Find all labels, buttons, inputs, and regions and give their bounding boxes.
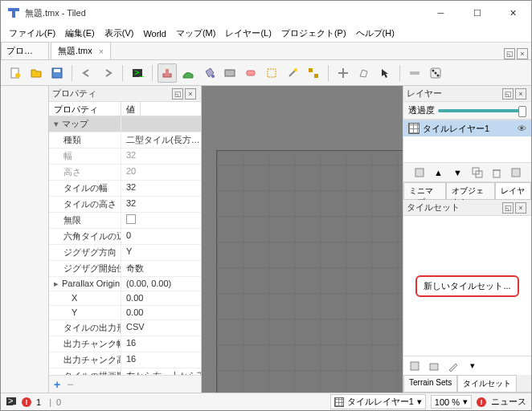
property-row[interactable]: 高さ20 [49,165,201,181]
embed-tileset-icon[interactable] [426,358,442,374]
new-tileset-button[interactable]: 新しいタイルセット... [415,275,518,297]
property-row[interactable]: ジグザグ開始位置奇数 [49,261,201,277]
terrain-tool-button[interactable] [178,63,198,83]
command-button[interactable]: >_ [128,63,147,83]
document-tab[interactable]: 無題.tmx × [51,42,111,59]
property-row[interactable]: 六角タイルの辺長0 [49,229,201,245]
panel-close-icon[interactable]: × [185,88,196,100]
menu-layer[interactable]: レイヤー(L) [220,26,276,41]
shape-fill-button[interactable] [220,63,239,83]
svg-rect-11 [225,70,235,76]
panel-close-icon[interactable]: × [517,48,528,59]
bucket-tool-button[interactable] [199,63,219,83]
layers-list[interactable]: タイルレイヤー1 👁 [403,120,531,163]
property-row[interactable]: 出力チャンク幅16 [49,336,201,352]
random-button[interactable] [426,63,445,83]
property-row[interactable]: 種類二型タイル(長方… [49,132,201,149]
tileset-menu-icon[interactable]: ▾ [464,358,481,374]
edit-tileset-icon[interactable] [445,358,461,374]
pointer-button[interactable] [375,63,395,83]
layer-move-button[interactable] [334,63,353,83]
panel-close-icon[interactable]: × [515,88,526,100]
opacity-slider[interactable] [438,109,526,112]
tab-tilesets[interactable]: タイルセット [457,375,517,392]
property-row[interactable]: 無限 [49,213,201,229]
new-layer-button[interactable] [411,165,428,181]
tab-objects[interactable]: オブジェクト [446,182,495,199]
add-property-button[interactable]: + [54,378,60,391]
property-row[interactable]: タイルの出力形式CSV [49,320,201,336]
move-down-button[interactable]: ▼ [450,165,466,181]
property-row[interactable]: 幅32 [49,149,201,165]
property-row[interactable]: ▸Parallax Origin(0.00, 0.00) [49,277,201,291]
property-row[interactable]: タイルの描画順序左から右、上から下 [49,368,201,375]
panel-float-icon[interactable]: ◱ [502,202,514,214]
properties-list[interactable]: ▾マップ種類二型タイル(長方…幅32高さ20タイルの幅32タイルの高さ32無限六… [49,116,201,375]
delete-layer-button[interactable] [489,165,505,181]
eraser-tool-button[interactable] [241,63,260,83]
open-file-button[interactable] [27,63,46,83]
menu-map[interactable]: マップ(M) [171,26,221,41]
map-grid[interactable] [216,150,403,393]
undo-button[interactable] [77,63,96,83]
svg-rect-28 [512,169,520,177]
menu-help[interactable]: ヘルプ(H) [351,26,399,41]
layer-props-button[interactable] [508,165,524,181]
property-row[interactable]: タイルの幅32 [49,181,201,197]
highlight-layer-button[interactable] [405,63,424,83]
duplicate-layer-button[interactable] [469,165,485,181]
zoom-combo[interactable]: 100 % ▾ [431,395,472,409]
visibility-icon[interactable]: 👁 [518,124,526,133]
properties-title: プロパティ [52,87,170,100]
close-button[interactable]: ✕ [495,1,531,25]
news-badge[interactable]: ! [477,397,486,407]
svg-point-21 [437,74,440,76]
property-row[interactable]: Y0.00 [49,306,201,320]
panel-close-icon[interactable]: × [515,202,526,214]
tab-layers[interactable]: レイヤー [495,182,531,199]
tab-terrain[interactable]: Terrain Sets [403,375,457,392]
svg-rect-26 [493,170,500,177]
new-file-button[interactable] [6,63,25,83]
property-row[interactable]: タイルの高さ32 [49,197,201,213]
left-panel-tab[interactable]: プロ… [1,42,49,59]
new-tileset-icon[interactable] [407,358,423,374]
edit-polygon-button[interactable] [354,63,374,83]
tab-minimap[interactable]: ミニマップ [403,182,446,199]
layer-row[interactable]: タイルレイヤー1 👁 [403,120,531,136]
redo-button[interactable] [98,63,117,83]
panel-float-icon[interactable]: ◱ [172,88,183,100]
menu-project[interactable]: プロジェクト(P) [276,26,351,41]
tilesets-title: タイルセット [407,201,501,214]
current-layer-label: タイルレイヤー1 [347,396,414,408]
move-up-button[interactable]: ▲ [431,165,447,181]
property-row[interactable]: ▾マップ [49,116,201,132]
error-badge[interactable]: ! [22,397,31,407]
chevron-down-icon: ▾ [463,397,468,407]
current-layer-combo[interactable]: タイルレイヤー1 ▾ [330,394,426,409]
news-link[interactable]: ニュース [491,396,526,408]
rect-select-button[interactable] [262,63,281,83]
svg-point-15 [294,68,297,71]
close-tab-icon[interactable]: × [99,47,104,56]
menu-edit[interactable]: 編集(E) [60,26,100,41]
property-row[interactable]: 出力チャンク高さ16 [49,352,201,368]
property-row[interactable]: ジグザグ方向Y [49,245,201,261]
maximize-button[interactable]: ☐ [459,1,495,25]
menu-world[interactable]: World [138,27,171,40]
save-button[interactable] [47,63,67,83]
console-icon[interactable]: >_ [6,396,17,409]
svg-rect-1 [12,8,15,18]
magic-wand-button[interactable] [283,63,302,83]
property-row[interactable]: X0.00 [49,291,201,306]
stamp-tool-button[interactable] [158,63,177,83]
panel-float-icon[interactable]: ◱ [502,88,514,100]
menu-view[interactable]: 表示(V) [100,26,139,41]
map-canvas[interactable] [202,86,403,393]
svg-rect-9 [166,69,169,75]
titlebar: 無題.tmx - Tiled ─ ☐ ✕ [1,1,531,25]
same-tile-select-button[interactable] [304,63,323,83]
minimize-button[interactable]: ─ [423,1,459,25]
menu-file[interactable]: ファイル(F) [4,26,60,41]
panel-restore-icon[interactable]: ◱ [504,48,515,59]
